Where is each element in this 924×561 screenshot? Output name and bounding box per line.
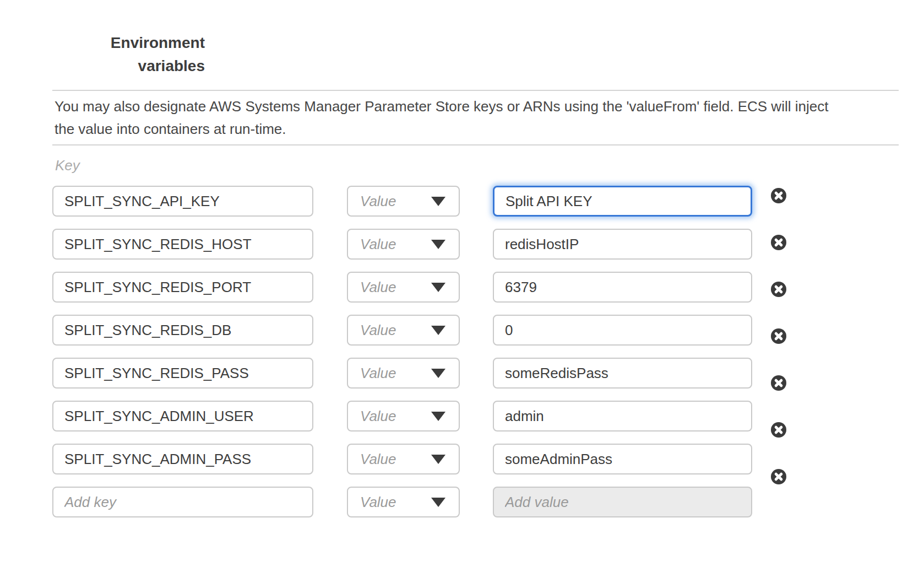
value-cell — [493, 272, 752, 303]
value-type-select[interactable]: Value — [347, 444, 460, 474]
remove-variable-button[interactable] — [771, 469, 786, 484]
env-key-input[interactable] — [52, 444, 313, 474]
value-type-selected-label: Value — [360, 365, 396, 382]
env-key-input[interactable] — [52, 401, 313, 431]
value-type-select[interactable]: Value — [347, 358, 460, 389]
value-type-select[interactable]: Value — [347, 272, 460, 303]
env-value-input[interactable] — [493, 401, 752, 431]
env-key-input[interactable] — [52, 272, 313, 303]
section-label-line1: Environment — [52, 31, 205, 55]
env-value-input[interactable] — [493, 358, 752, 389]
key-cell — [52, 487, 313, 517]
remove-variable-button[interactable] — [771, 282, 786, 297]
caret-down-icon — [431, 498, 445, 507]
caret-down-icon — [431, 240, 445, 249]
value-cell — [493, 315, 752, 346]
env-var-row: Value — [52, 401, 768, 431]
section-label: Environment variables — [52, 31, 205, 78]
env-var-row: Value — [52, 315, 768, 346]
env-var-row: Value — [52, 186, 768, 217]
key-cell — [52, 401, 313, 431]
x-circle-icon — [771, 188, 786, 203]
value-type-selected-label: Value — [360, 494, 396, 511]
env-var-row: Value — [52, 358, 768, 389]
remove-variable-button[interactable] — [771, 422, 786, 438]
key-cell — [52, 358, 313, 389]
value-type-selected-label: Value — [360, 451, 396, 468]
description-line2: the value into containers at run-time. — [55, 118, 900, 141]
remove-variable-button[interactable] — [771, 375, 786, 391]
x-circle-icon — [771, 375, 786, 391]
value-cell — [493, 358, 752, 389]
add-value-input[interactable] — [493, 487, 752, 517]
env-value-input[interactable] — [493, 444, 752, 474]
value-type-selected-label: Value — [360, 322, 396, 339]
key-cell — [52, 186, 313, 217]
x-circle-icon — [771, 469, 786, 484]
env-var-row: Value — [52, 487, 768, 517]
value-type-select[interactable]: Value — [347, 229, 460, 260]
remove-variable-button[interactable] — [771, 188, 786, 203]
top-divider — [52, 90, 899, 91]
env-var-rows: Value Value Value — [52, 186, 768, 530]
value-type-selected-label: Value — [360, 236, 396, 253]
value-cell — [493, 186, 752, 217]
value-cell — [493, 487, 752, 517]
remove-variable-button[interactable] — [771, 235, 786, 250]
value-cell — [493, 229, 752, 260]
env-key-input[interactable] — [52, 358, 313, 389]
section-label-line2: variables — [52, 55, 205, 78]
key-column-header: Key — [55, 157, 80, 174]
env-value-input[interactable] — [493, 315, 752, 346]
value-type-select[interactable]: Value — [347, 487, 460, 517]
key-cell — [52, 444, 313, 474]
env-key-input[interactable] — [52, 229, 313, 260]
description-line1: You may also designate AWS Systems Manag… — [55, 95, 900, 118]
env-var-row: Value — [52, 229, 768, 260]
key-cell — [52, 315, 313, 346]
value-cell — [493, 401, 752, 431]
value-type-selected-label: Value — [360, 193, 396, 210]
section-description: You may also designate AWS Systems Manag… — [55, 95, 900, 141]
env-var-row: Value — [52, 444, 768, 474]
add-key-input[interactable] — [52, 487, 313, 517]
caret-down-icon — [431, 455, 445, 464]
value-cell — [493, 444, 752, 474]
caret-down-icon — [431, 283, 445, 292]
env-value-input[interactable] — [493, 186, 752, 217]
x-circle-icon — [771, 328, 786, 344]
x-circle-icon — [771, 235, 786, 250]
env-value-input[interactable] — [493, 229, 752, 260]
value-type-select[interactable]: Value — [347, 401, 460, 431]
env-var-row: Value — [52, 272, 768, 303]
env-key-input[interactable] — [52, 186, 313, 217]
caret-down-icon — [431, 326, 445, 335]
x-circle-icon — [771, 282, 786, 297]
caret-down-icon — [431, 412, 445, 421]
env-value-input[interactable] — [493, 272, 752, 303]
x-circle-icon — [771, 422, 786, 438]
key-cell — [52, 229, 313, 260]
value-type-selected-label: Value — [360, 408, 396, 425]
key-cell — [52, 272, 313, 303]
environment-variables-section: Environment variables You may also desig… — [0, 0, 924, 561]
description-divider — [52, 144, 899, 145]
value-type-select[interactable]: Value — [347, 186, 460, 217]
caret-down-icon — [431, 197, 445, 206]
remove-variable-button[interactable] — [771, 328, 786, 344]
caret-down-icon — [431, 369, 445, 378]
env-key-input[interactable] — [52, 315, 313, 346]
value-type-selected-label: Value — [360, 279, 396, 296]
value-type-select[interactable]: Value — [347, 315, 460, 346]
